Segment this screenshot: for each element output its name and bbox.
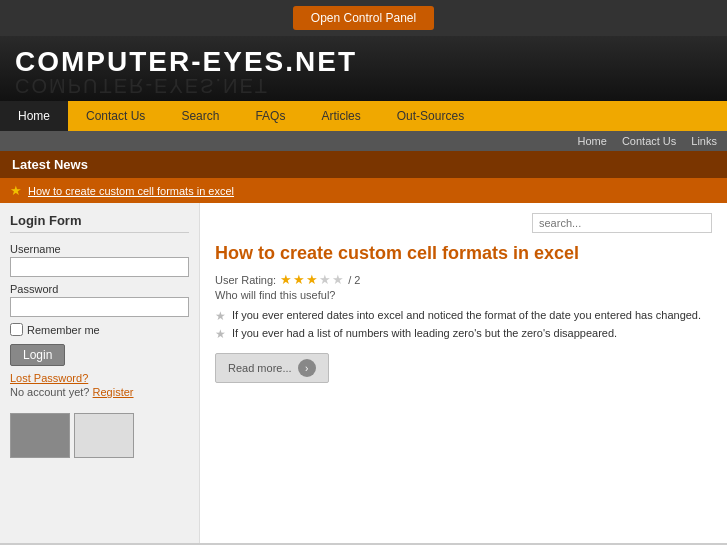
password-input[interactable] xyxy=(10,297,189,317)
username-label: Username xyxy=(10,243,189,255)
news-item-bar: ★ How to create custom cell formats in e… xyxy=(0,178,727,203)
nav-item-search[interactable]: Search xyxy=(163,101,237,131)
top-bar: Open Control Panel xyxy=(0,0,727,36)
stars-display: ★ ★ ★ ★ ★ xyxy=(280,272,344,287)
site-title-reflection: COMPUTER-EYES.NET xyxy=(15,76,712,96)
nav-item-faqs[interactable]: FAQs xyxy=(237,101,303,131)
nav-item-outsources[interactable]: Out-Sources xyxy=(379,101,482,131)
main-content: Login Form Username Password Remember me… xyxy=(0,203,727,543)
password-label: Password xyxy=(10,283,189,295)
user-rating-label: User Rating: xyxy=(215,274,276,286)
article-title: How to create custom cell formats in exc… xyxy=(215,243,712,264)
nav-item-contact[interactable]: Contact Us xyxy=(68,101,163,131)
open-control-panel-button[interactable]: Open Control Panel xyxy=(293,6,434,30)
secondary-nav-home[interactable]: Home xyxy=(578,135,607,147)
who-useful: Who will find this useful? xyxy=(215,289,712,301)
site-title: COMPUTER-EYES.NET xyxy=(15,46,712,78)
star-5: ★ xyxy=(332,272,344,287)
secondary-nav-contact[interactable]: Contact Us xyxy=(622,135,676,147)
login-form-title: Login Form xyxy=(10,213,189,233)
username-input[interactable] xyxy=(10,257,189,277)
thumb-image-2 xyxy=(74,413,134,458)
list-item: ★ If you ever entered dates into excel a… xyxy=(215,309,712,323)
remember-me-checkbox[interactable] xyxy=(10,323,23,336)
primary-nav: Home Contact Us Search FAQs Articles Out… xyxy=(0,101,727,131)
latest-news-title: Latest News xyxy=(12,157,88,172)
sidebar-thumbs xyxy=(10,413,189,458)
latest-news-bar: Latest News xyxy=(0,151,727,178)
featured-article-link[interactable]: How to create custom cell formats in exc… xyxy=(28,185,234,197)
read-more-icon: › xyxy=(298,359,316,377)
article-bullets: ★ If you ever entered dates into excel a… xyxy=(215,309,712,341)
lost-password-link[interactable]: Lost Password? xyxy=(10,372,189,384)
search-input[interactable] xyxy=(532,213,712,233)
bullet-star-2: ★ xyxy=(215,327,226,341)
content-area: How to create custom cell formats in exc… xyxy=(200,203,727,543)
nav-item-articles[interactable]: Articles xyxy=(303,101,378,131)
bullet-text-1: If you ever entered dates into excel and… xyxy=(232,309,701,321)
search-bar-row xyxy=(215,213,712,233)
read-more-label: Read more... xyxy=(228,362,292,374)
secondary-nav-links[interactable]: Links xyxy=(691,135,717,147)
nav-item-home[interactable]: Home xyxy=(0,101,68,131)
secondary-nav: Home Contact Us Links xyxy=(0,131,727,151)
thumb-image-1 xyxy=(10,413,70,458)
star-1: ★ xyxy=(280,272,292,287)
star-3: ★ xyxy=(306,272,318,287)
list-item: ★ If you ever had a list of numbers with… xyxy=(215,327,712,341)
no-account-text: No account yet? Register xyxy=(10,386,189,398)
login-button[interactable]: Login xyxy=(10,344,65,366)
remember-me-label: Remember me xyxy=(27,324,100,336)
rating-value: / 2 xyxy=(348,274,360,286)
register-link[interactable]: Register xyxy=(93,386,134,398)
bullet-star-1: ★ xyxy=(215,309,226,323)
star-4: ★ xyxy=(319,272,331,287)
read-more-button[interactable]: Read more... › xyxy=(215,353,329,383)
site-header: COMPUTER-EYES.NET COMPUTER-EYES.NET xyxy=(0,36,727,101)
star-icon: ★ xyxy=(10,183,22,198)
star-2: ★ xyxy=(293,272,305,287)
sidebar: Login Form Username Password Remember me… xyxy=(0,203,200,543)
user-rating-row: User Rating: ★ ★ ★ ★ ★ / 2 xyxy=(215,272,712,287)
bullet-text-2: If you ever had a list of numbers with l… xyxy=(232,327,617,339)
remember-me-row: Remember me xyxy=(10,323,189,336)
